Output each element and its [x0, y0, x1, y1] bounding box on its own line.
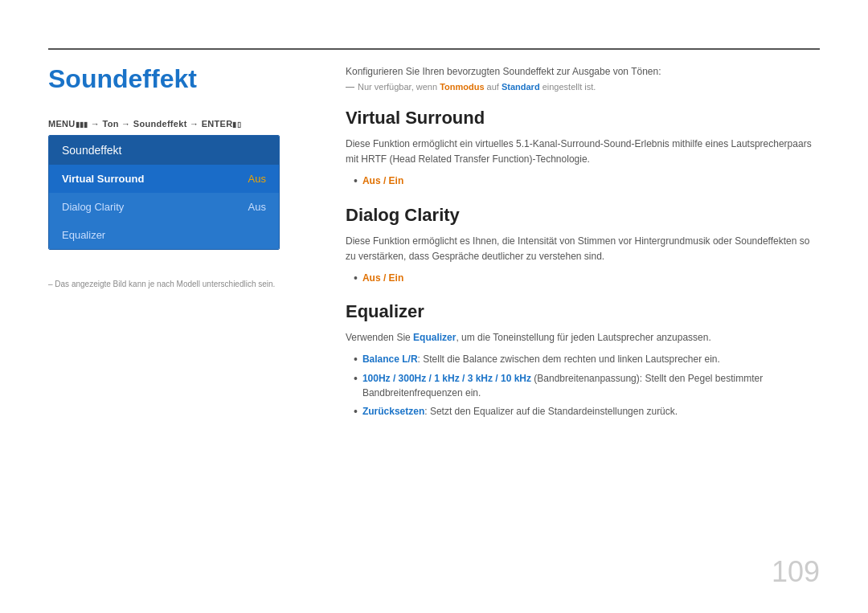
page-title: Soundeffekt — [48, 64, 197, 94]
sidebar-item-virtual-surround[interactable]: Virtual Surround Aus — [49, 165, 279, 193]
equalizer-link: Equalizer — [413, 332, 456, 343]
equalizer-freq-text: 100Hz / 300Hz / 1 kHz / 3 kHz / 10 kHz (… — [362, 371, 820, 400]
page-number: 109 — [772, 555, 820, 589]
section-desc-equalizer: Verwenden Sie Equalizer, um die Toneinst… — [346, 330, 820, 345]
bullet-equalizer-reset: • Zurücksetzen: Setzt den Equalizer auf … — [354, 404, 820, 419]
note-line: — Nur verfügbar, wenn Tonmodus auf Stand… — [346, 82, 820, 92]
sidebar-note: – Das angezeigte Bild kann je nach Model… — [48, 280, 275, 288]
virtual-surround-option: Aus / Ein — [362, 174, 403, 188]
bullet-dot: • — [354, 404, 358, 419]
section-title-equalizer: Equalizer — [346, 301, 820, 322]
section-title-virtual-surround: Virtual Surround — [346, 108, 820, 129]
equalizer-balance-text: Balance L/R: Stellt die Balance zwischen… — [362, 352, 720, 366]
sidebar-item-value: Aus — [248, 173, 266, 185]
section-title-dialog-clarity: Dialog Clarity — [346, 205, 820, 226]
reset-label: Zurücksetzen — [362, 406, 424, 417]
sidebar-menu: Soundeffekt Virtual Surround Aus Dialog … — [48, 135, 280, 250]
sidebar-header: Soundeffekt — [49, 136, 279, 165]
sidebar-item-label: Virtual Surround — [62, 173, 144, 185]
highlight-standard: Standard — [502, 82, 540, 92]
bullet-equalizer-freq: • 100Hz / 300Hz / 1 kHz / 3 kHz / 10 kHz… — [354, 371, 820, 400]
bullet-equalizer-balance: • Balance L/R: Stellt die Balance zwisch… — [354, 352, 820, 366]
bullet-dialog-clarity-aus-ein: • Aus / Ein — [354, 271, 820, 285]
note-dash: — — [346, 82, 354, 92]
sidebar-item-label: Dialog Clarity — [62, 201, 124, 213]
bullet-dot: • — [354, 174, 358, 188]
equalizer-reset-text: Zurücksetzen: Setzt den Equalizer auf di… — [362, 404, 678, 419]
menu-path: MENU▮▮▮ → Ton → Soundeffekt → ENTER▮▯ — [48, 119, 241, 129]
bullet-dot: • — [354, 371, 358, 400]
sidebar-item-dialog-clarity[interactable]: Dialog Clarity Aus — [49, 193, 279, 221]
intro-text: Konfigurieren Sie Ihren bevorzugten Soun… — [346, 64, 820, 79]
section-desc-virtual-surround: Diese Funktion ermöglicht ein virtuelles… — [346, 137, 820, 167]
sidebar-item-equalizer[interactable]: Equalizer — [49, 221, 279, 249]
top-divider — [48, 48, 820, 50]
bullet-dot: • — [354, 271, 358, 285]
sidebar-item-value: Aus — [248, 201, 266, 213]
balance-label: Balance L/R — [362, 353, 418, 365]
bullet-dot: • — [354, 352, 358, 366]
note-text: Nur verfügbar, wenn Tonmodus auf Standar… — [358, 82, 596, 92]
freq-label: 100Hz / 300Hz / 1 kHz / 3 kHz / 10 kHz — [362, 373, 531, 384]
sidebar-item-label: Equalizer — [62, 229, 105, 241]
bullet-virtual-surround-aus-ein: • Aus / Ein — [354, 174, 820, 188]
dialog-clarity-option: Aus / Ein — [362, 271, 403, 285]
content-area: Konfigurieren Sie Ihren bevorzugten Soun… — [346, 64, 820, 423]
highlight-tonmodus: Tonmodus — [440, 82, 484, 92]
section-desc-dialog-clarity: Diese Funktion ermöglicht es Ihnen, die … — [346, 234, 820, 264]
